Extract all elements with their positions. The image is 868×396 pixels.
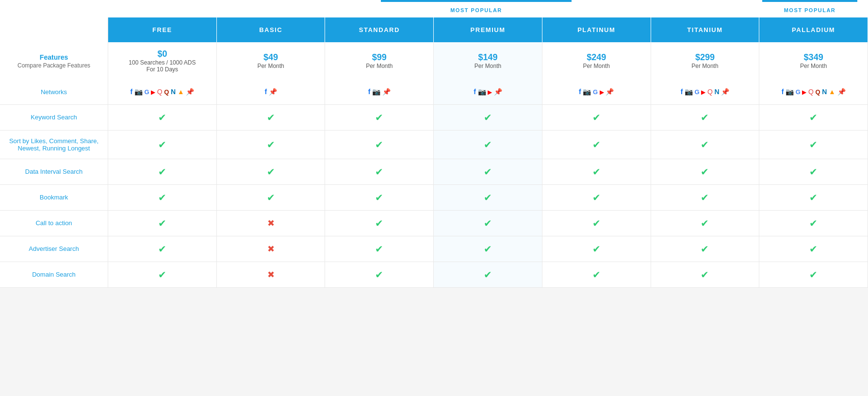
price-platinum: $249 Per Month (542, 42, 651, 80)
keyword-search-palladium: ✔ (759, 104, 868, 130)
networks-label: Networks (0, 80, 108, 104)
data-interval-label: Data Interval Search (0, 159, 108, 184)
networks-row: Networks f 📷 G ▶ Q Q N ▲ 📌 f 📌 (0, 80, 868, 104)
call-to-action-standard: ✔ (325, 210, 434, 236)
bookmark-platinum: ✔ (542, 184, 651, 210)
bookmark-titanium: ✔ (651, 184, 759, 210)
sort-basic: ✔ (216, 130, 325, 159)
sort-platinum: ✔ (542, 130, 651, 159)
bookmark-standard: ✔ (325, 184, 434, 210)
advertiser-search-free: ✔ (108, 236, 217, 262)
call-to-action-basic: ✖ (216, 210, 325, 236)
most-popular-row: MOST POPULAR MOST POPULAR (0, 2, 868, 17)
data-interval-standard: ✔ (325, 159, 434, 184)
domain-search-basic: ✖ (216, 262, 325, 287)
data-interval-free: ✔ (108, 159, 217, 184)
keyword-search-titanium: ✔ (651, 104, 759, 130)
bookmark-palladium: ✔ (759, 184, 868, 210)
data-interval-premium: ✔ (434, 159, 542, 184)
sort-titanium: ✔ (651, 130, 759, 159)
sort-row: Sort by Likes, Comment, Share, Newest, R… (0, 130, 868, 159)
call-to-action-row: Call to action ✔ ✖ ✔ ✔ ✔ ✔ ✔ (0, 210, 868, 236)
data-interval-row: Data Interval Search ✔ ✔ ✔ ✔ ✔ ✔ ✔ (0, 159, 868, 184)
advertiser-search-palladium: ✔ (759, 236, 868, 262)
pricing-table: FREE BASIC STANDARD PREMIUM PLATINUM TIT… (0, 17, 868, 288)
call-to-action-platinum: ✔ (542, 210, 651, 236)
most-popular-premium-label: MOST POPULAR (381, 5, 572, 14)
call-to-action-premium: ✔ (434, 210, 542, 236)
networks-free: f 📷 G ▶ Q Q N ▲ 📌 (108, 80, 217, 104)
sort-free: ✔ (108, 130, 217, 159)
domain-search-platinum: ✔ (542, 262, 651, 287)
data-interval-platinum: ✔ (542, 159, 651, 184)
plan-header-palladium: PALLADIUM (759, 17, 868, 42)
price-free: $0 100 Searches / 1000 ADS For 10 Days (108, 42, 217, 80)
domain-search-titanium: ✔ (651, 262, 759, 287)
networks-palladium: f 📷 G ▶ Q Q N ▲ 📌 (759, 80, 868, 104)
domain-search-label: Domain Search (0, 262, 108, 287)
keyword-search-row: Keyword Search ✔ ✔ ✔ ✔ ✔ ✔ ✔ (0, 104, 868, 130)
bookmark-premium: ✔ (434, 184, 542, 210)
networks-titanium: f 📷 G ▶ Q N 📌 (651, 80, 759, 104)
networks-premium: f 📷 ▶ 📌 (434, 80, 542, 104)
features-header-cell (0, 17, 108, 42)
sort-palladium: ✔ (759, 130, 868, 159)
page-wrapper: MOST POPULAR MOST POPULAR FREE BASIC STA… (0, 0, 868, 288)
price-basic: $49 Per Month (216, 42, 325, 80)
advertiser-search-platinum: ✔ (542, 236, 651, 262)
plan-header-free: FREE (108, 17, 217, 42)
advertiser-search-premium: ✔ (434, 236, 542, 262)
call-to-action-free: ✔ (108, 210, 217, 236)
data-interval-palladium: ✔ (759, 159, 868, 184)
advertiser-search-titanium: ✔ (651, 236, 759, 262)
price-standard: $99 Per Month (325, 42, 434, 80)
top-accent-bars (0, 0, 868, 2)
networks-basic: f 📌 (216, 80, 325, 104)
features-title-cell: Features Compare Package Features (0, 42, 108, 80)
call-to-action-titanium: ✔ (651, 210, 759, 236)
sort-label: Sort by Likes, Comment, Share, Newest, R… (0, 130, 108, 159)
plan-header-basic: BASIC (216, 17, 325, 42)
keyword-search-premium: ✔ (434, 104, 542, 130)
advertiser-search-label: Advertiser Search (0, 236, 108, 262)
domain-search-palladium: ✔ (759, 262, 868, 287)
plan-header-platinum: PLATINUM (542, 17, 651, 42)
price-palladium: $349 Per Month (759, 42, 868, 80)
domain-search-premium: ✔ (434, 262, 542, 287)
bookmark-label: Bookmark (0, 184, 108, 210)
advertiser-search-standard: ✔ (325, 236, 434, 262)
bookmark-row: Bookmark ✔ ✔ ✔ ✔ ✔ ✔ ✔ (0, 184, 868, 210)
price-titanium: $299 Per Month (651, 42, 759, 80)
plan-header-premium: PREMIUM (434, 17, 542, 42)
advertiser-search-basic: ✖ (216, 236, 325, 262)
domain-search-free: ✔ (108, 262, 217, 287)
sort-standard: ✔ (325, 130, 434, 159)
bookmark-basic: ✔ (216, 184, 325, 210)
plan-header-titanium: TITANIUM (651, 17, 759, 42)
price-row: Features Compare Package Features $0 100… (0, 42, 868, 80)
keyword-search-free: ✔ (108, 104, 217, 130)
domain-search-row: Domain Search ✔ ✖ ✔ ✔ ✔ ✔ ✔ (0, 262, 868, 287)
sort-premium: ✔ (434, 130, 542, 159)
domain-search-standard: ✔ (325, 262, 434, 287)
keyword-search-standard: ✔ (325, 104, 434, 130)
data-interval-titanium: ✔ (651, 159, 759, 184)
bookmark-free: ✔ (108, 184, 217, 210)
price-premium: $149 Per Month (434, 42, 542, 80)
keyword-search-label: Keyword Search (0, 104, 108, 130)
call-to-action-palladium: ✔ (759, 210, 868, 236)
most-popular-palladium-label: MOST POPULAR (762, 5, 857, 14)
keyword-search-basic: ✔ (216, 104, 325, 130)
call-to-action-label: Call to action (0, 210, 108, 236)
networks-standard: f 📷 📌 (325, 80, 434, 104)
keyword-search-platinum: ✔ (542, 104, 651, 130)
networks-platinum: f 📷 G ▶ 📌 (542, 80, 651, 104)
plan-header-standard: STANDARD (325, 17, 434, 42)
advertiser-search-row: Advertiser Search ✔ ✖ ✔ ✔ ✔ ✔ ✔ (0, 236, 868, 262)
data-interval-basic: ✔ (216, 159, 325, 184)
